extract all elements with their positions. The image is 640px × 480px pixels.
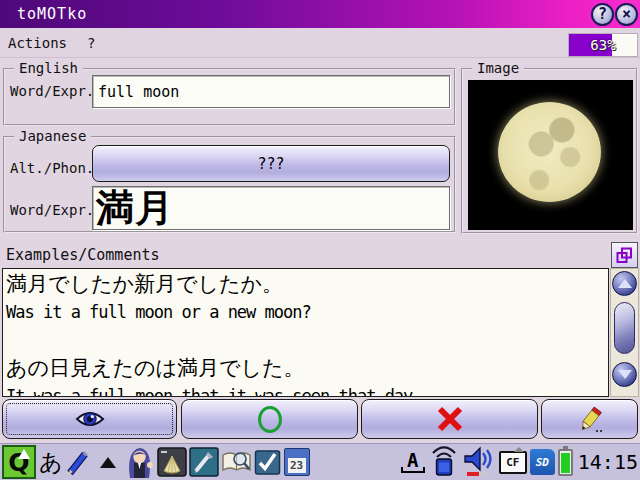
shell-terminal-icon[interactable] [157, 447, 187, 477]
help-icon: ? [598, 7, 607, 22]
input-popup-arrow-icon[interactable] [100, 457, 116, 468]
examples-textarea[interactable]: 満月でしたか新月でしたか。 Was it a full moon or a ne… [2, 268, 609, 397]
flashcard-image [468, 80, 633, 230]
wifi-network-icon[interactable] [428, 446, 460, 478]
window-title: toMOTko [0, 5, 87, 23]
volume-speaker-icon[interactable] [463, 446, 496, 478]
full-moon-photo [498, 102, 601, 202]
taskbar-clock[interactable]: 14:15 [576, 450, 638, 474]
examples-scrollbar[interactable] [610, 268, 639, 397]
help-button[interactable]: ? [591, 3, 614, 26]
cf-card-icon[interactable]: CF [499, 451, 527, 474]
correct-answer-button[interactable] [181, 399, 358, 439]
japanese-alt-reveal-button[interactable]: ??? [92, 145, 450, 182]
taskbar-status-tray: A CF SD [401, 446, 638, 478]
close-button[interactable]: × [615, 3, 638, 26]
calendar-icon[interactable]: 23 [284, 448, 310, 476]
reveal-answer-button[interactable] [2, 399, 177, 439]
example-line: It was a full moon that it was seen that… [6, 382, 605, 397]
tomotko-app-window: toMOTko ? × Actions ? 63% English Word/E… [0, 0, 640, 480]
english-legend: English [14, 60, 83, 76]
image-legend: Image [472, 60, 524, 76]
sd-label: SD [536, 456, 549, 469]
sd-card-icon[interactable]: SD [530, 449, 555, 475]
example-line [6, 326, 605, 354]
arrow-down-icon [618, 370, 632, 379]
mascot-girl-icon[interactable] [124, 446, 155, 479]
japanese-word-value: 満月 [96, 183, 174, 234]
japanese-alt-label: Alt./Phon. [10, 160, 94, 176]
wrong-x-icon [435, 404, 465, 434]
font-a-label: A [407, 451, 418, 470]
scroll-up-button[interactable] [612, 271, 637, 296]
focus-outline [6, 403, 173, 435]
english-word-label: Word/Expr. [10, 83, 94, 99]
menu-help[interactable]: ? [77, 31, 105, 55]
battery-icon[interactable] [558, 449, 573, 476]
input-method-button[interactable]: あ [38, 447, 64, 478]
edit-card-button[interactable] [541, 399, 638, 439]
example-line: あの日見えたのは満月でした。 [6, 354, 605, 382]
calendar-day-label: 23 [290, 459, 303, 472]
scroll-down-button[interactable] [612, 362, 637, 387]
japanese-word-label: Word/Expr. [10, 202, 94, 218]
menu-bar: Actions ? 63% [0, 28, 640, 58]
correct-circle-icon [258, 406, 282, 433]
qtopia-launcher-button[interactable]: Q [2, 445, 36, 479]
example-line: 満月でしたか新月でしたか。 [6, 270, 605, 298]
progress-label: 63% [569, 34, 637, 56]
japanese-word-field[interactable]: 満月 [92, 186, 450, 230]
menu-actions[interactable]: Actions [0, 31, 77, 55]
todo-check-icon[interactable] [254, 448, 282, 476]
study-progress-bar: 63% [568, 33, 638, 57]
close-icon: × [622, 7, 631, 22]
japanese-groupbox: Japanese Alt./Phon. ??? Word/Expr. 満月 [3, 136, 456, 233]
examples-comments-label: Examples/Comments [6, 246, 160, 264]
japanese-alt-button-label: ??? [257, 155, 284, 173]
example-line: Was it a full moon or a new moon? [6, 298, 605, 326]
font-size-applet[interactable]: A [401, 451, 425, 473]
japanese-legend: Japanese [14, 128, 91, 144]
scrollbar-thumb[interactable] [614, 302, 635, 354]
restore-windows-icon [616, 247, 633, 264]
edit-pencil-icon [576, 404, 604, 434]
arrow-up-icon [618, 279, 632, 288]
cf-label: CF [506, 456, 519, 469]
taskbar: Q あ [0, 443, 640, 480]
dictionary-search-icon[interactable] [221, 448, 252, 476]
notes-pen-icon[interactable] [189, 447, 219, 477]
english-word-value: full moon [98, 83, 179, 101]
wrong-answer-button[interactable] [361, 399, 538, 439]
english-word-field[interactable]: full moon [92, 75, 450, 108]
battery-charge-level [561, 453, 570, 473]
answer-button-bar [0, 399, 640, 441]
font-ruler-line [401, 471, 425, 473]
image-groupbox: Image [461, 68, 638, 234]
title-bar: toMOTko ? × [0, 0, 640, 28]
handwriting-pencil-icon[interactable] [66, 448, 92, 476]
detach-examples-button[interactable] [611, 242, 638, 268]
hammer-accent-icon [18, 449, 30, 459]
english-groupbox: English Word/Expr. full moon [3, 68, 456, 126]
